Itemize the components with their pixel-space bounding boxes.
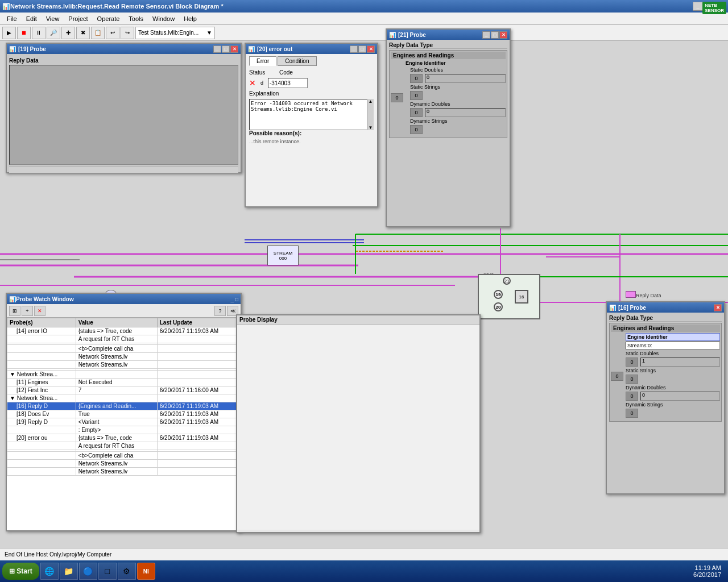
probe-watch-icon: 📊 xyxy=(9,296,16,302)
code-input[interactable] xyxy=(268,78,308,88)
probe-20-node: 20 xyxy=(494,302,503,311)
probe-19-close[interactable]: ✕ xyxy=(230,45,238,53)
probe-table: Probe(s) Value Last Update [14] error IO… xyxy=(7,318,240,476)
probe-btn-6[interactable]: ↪ xyxy=(121,27,134,39)
menu-view[interactable]: View xyxy=(42,14,64,23)
probe-19-title: 📊 [19] Probe _ □ ✕ xyxy=(7,44,241,54)
table-row[interactable]: [12] First Inc76/20/2017 11:16:00 AM xyxy=(7,386,240,394)
probe-21-content: Reply Data Type Engines and Readings 0 E… xyxy=(387,40,510,226)
reply-data-label: Reply Data xyxy=(636,293,661,298)
probe-btn-1[interactable]: 🔎 xyxy=(47,27,60,39)
probe-btn-3[interactable]: ✖ xyxy=(76,27,90,39)
table-row[interactable]: Network Streams.lv xyxy=(7,361,240,369)
table-row[interactable]: Network Streams.lv xyxy=(7,353,240,361)
taskbar-kde-icon[interactable]: ⚙ xyxy=(118,563,136,580)
reply-data-connector xyxy=(626,291,636,298)
test-dropdown[interactable]: Test Status.lvlib:Engin... ▼ xyxy=(135,27,215,39)
main-title: Network Streams.lvlib:Request.Read Remot… xyxy=(10,3,224,10)
table-row[interactable]: <b>Complete call cha xyxy=(7,452,240,460)
table-row[interactable]: [19] Reply D<Variant6/20/2017 11:19:03 A… xyxy=(7,418,240,426)
table-row[interactable]: [20] error ou{status => True, code6/20/2… xyxy=(7,434,240,442)
probe-btn-2[interactable]: ✚ xyxy=(61,27,75,39)
probe-19-node: 19 xyxy=(494,290,503,299)
probe-watch-restore[interactable]: □ xyxy=(235,296,238,302)
probe-16-close[interactable]: ✕ xyxy=(714,304,722,311)
menu-help[interactable]: Help xyxy=(179,14,201,23)
error-tab-condition[interactable]: Condition xyxy=(278,56,316,66)
menu-file[interactable]: File xyxy=(2,14,22,23)
pw-tool-3[interactable]: ✕ xyxy=(34,306,46,316)
probe-id-cell: [16] Reply D xyxy=(7,402,76,410)
probe-watch-controls: _ □ xyxy=(230,296,238,302)
table-row[interactable]: A request for RT Chas xyxy=(7,442,240,450)
probe-19-restore[interactable]: □ xyxy=(222,45,230,53)
textarea-scrollbar[interactable]: ▲ ▼ xyxy=(367,99,374,130)
probe-21-restore[interactable]: □ xyxy=(491,31,499,39)
probe-value-cell: Network Streams.lv xyxy=(76,468,157,476)
probe-btn-4[interactable]: 📋 xyxy=(91,27,105,39)
probe-21-minimize[interactable]: _ xyxy=(482,31,490,39)
pw-tool-1[interactable]: ⊞ xyxy=(9,306,20,316)
netb-logo: NETBSENSOR xyxy=(702,2,726,14)
menu-tools[interactable]: Tools xyxy=(124,14,148,23)
probe-20-close[interactable]: ✕ xyxy=(367,45,375,53)
table-row[interactable]: [11] EnginesNot Executed xyxy=(7,379,240,386)
pause-button[interactable]: ⏸ xyxy=(32,27,46,39)
start-button[interactable]: ⊞ Start xyxy=(2,563,39,580)
probe-value-cell: <Variant xyxy=(76,418,157,426)
probe-update-cell xyxy=(157,361,239,369)
probe-update-cell xyxy=(157,460,239,468)
probe-20-restore[interactable]: □ xyxy=(358,45,366,53)
error-x-icon: ✕ xyxy=(249,78,256,88)
table-row[interactable]: : Empty> xyxy=(7,426,240,434)
probe-19-content: Reply Data xyxy=(7,54,241,172)
start-icon: ⊞ xyxy=(9,567,15,575)
probe-id-cell xyxy=(7,442,76,450)
menu-project[interactable]: Project xyxy=(64,14,92,23)
rdt-title-21: Reply Data Type xyxy=(389,42,507,49)
probe-20-minimize[interactable]: _ xyxy=(350,45,358,53)
probe-value-cell xyxy=(76,394,157,402)
probe-id-cell xyxy=(7,460,76,468)
probe-19-minimize[interactable]: _ xyxy=(213,45,221,53)
probe-21-close[interactable]: ✕ xyxy=(499,31,507,39)
menu-edit[interactable]: Edit xyxy=(22,14,42,23)
stop-button[interactable]: ⏹ xyxy=(17,27,31,39)
taskbar-ni-icon[interactable]: NI xyxy=(137,563,155,580)
table-row[interactable]: ▼ Network Strea... xyxy=(7,394,240,402)
probe-id-cell xyxy=(7,452,76,460)
taskbar-folder-icon[interactable]: 📁 xyxy=(60,563,78,580)
probe-19-scrollbar[interactable] xyxy=(9,166,238,173)
pw-tool-2[interactable]: + xyxy=(22,306,33,316)
menu-operate[interactable]: Operate xyxy=(93,14,125,23)
probe-id-cell xyxy=(7,335,76,343)
probe-20-controls: _ □ ✕ xyxy=(350,45,375,53)
probe-id-cell: [12] First Inc xyxy=(7,386,76,394)
table-row[interactable]: [16] Reply D{Engines and Readin...6/20/2… xyxy=(7,402,240,410)
probe-btn-5[interactable]: ↩ xyxy=(106,27,119,39)
minimize-button[interactable]: _ xyxy=(693,2,703,11)
taskbar-windows-icon[interactable]: □ xyxy=(98,563,117,580)
taskbar-browser-icon[interactable]: 🔵 xyxy=(79,563,97,580)
explanation-textarea[interactable]: Error -314003 occurred at Network Stream… xyxy=(249,99,374,130)
table-row[interactable]: <b>Complete call cha xyxy=(7,345,240,353)
status-code-row: Status Code xyxy=(249,69,374,76)
run-button[interactable]: ▶ xyxy=(2,27,16,39)
probe-update-cell xyxy=(157,371,239,379)
table-row[interactable]: ▼ Network Strea... xyxy=(7,371,240,379)
table-row[interactable]: Network Streams.lv xyxy=(7,460,240,468)
probe-value-cell xyxy=(76,371,157,379)
taskbar-ie-icon[interactable]: 🌐 xyxy=(40,563,59,580)
table-row[interactable]: Network Streams.lv xyxy=(7,468,240,476)
table-row[interactable]: [18] Does EvTrue6/20/2017 11:19:03 AM xyxy=(7,410,240,418)
table-row[interactable]: [14] error IO{status => True, code6/20/2… xyxy=(7,327,240,335)
pw-tool-4[interactable]: ? xyxy=(214,306,226,316)
probe-value-cell: A request for RT Chas xyxy=(76,335,157,343)
error-tab-error[interactable]: Error xyxy=(249,56,276,66)
probe-watch-minimize[interactable]: _ xyxy=(230,296,234,302)
table-row[interactable]: A request for RT Chas xyxy=(7,335,240,343)
probe-value-cell: <b>Complete call cha xyxy=(76,345,157,353)
menu-window[interactable]: Window xyxy=(148,14,179,23)
probe-16-icon: 📊 xyxy=(609,305,616,311)
probe-value-cell: Not Executed xyxy=(76,379,157,386)
